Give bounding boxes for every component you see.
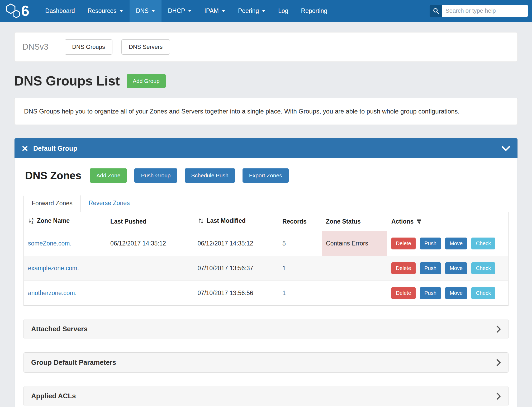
export-zones-button[interactable]: Export Zones (243, 168, 289, 183)
add-group-button[interactable]: Add Group (127, 74, 166, 88)
nav-label: Log (278, 7, 288, 15)
page-header: DNS Groups List Add Group (14, 73, 518, 89)
nav-item-ipam[interactable]: IPAM (198, 0, 232, 22)
sort-up-down-icon[interactable] (198, 217, 204, 224)
dns-servers-button[interactable]: DNS Servers (121, 39, 170, 55)
search-icon[interactable] (430, 5, 442, 17)
tab-forward-zones[interactable]: Forward Zones (23, 195, 81, 212)
nav-label: IPAM (204, 7, 219, 15)
chevron-down-icon (222, 10, 225, 12)
filter-funnel-icon[interactable] (416, 218, 422, 225)
sort-alphabetical-icon[interactable]: A Z (28, 217, 35, 224)
col-actions: Actions (387, 212, 508, 231)
col-label: Zone Name (37, 217, 70, 224)
dns-groups-button[interactable]: DNS Groups (65, 39, 112, 55)
col-zone-status: Zone Status (322, 212, 387, 231)
svg-text:Z: Z (32, 221, 34, 224)
col-last-pushed: Last Pushed (106, 212, 193, 231)
chevron-right-icon (496, 325, 501, 333)
nav-item-log[interactable]: Log (272, 0, 294, 22)
move-button[interactable]: Move (445, 238, 467, 249)
table-row: someZone.com. 06/12/2017 14:35:12 06/12/… (24, 231, 508, 256)
nav-item-reporting[interactable]: Reporting (295, 0, 334, 22)
group-title: Default Group (33, 145, 77, 152)
svg-text:A: A (32, 218, 34, 221)
zone-status-cell (322, 256, 387, 281)
section-label: DNSv3 (22, 42, 48, 52)
accordion-label: Attached Servers (31, 325, 88, 333)
zone-status-cell: Contains Errors (322, 231, 387, 256)
nav-label: Resources (88, 7, 117, 15)
delete-button[interactable]: Delete (391, 238, 416, 249)
push-button[interactable]: Push (420, 287, 441, 299)
chevron-down-icon (120, 10, 123, 12)
col-label: Zone Status (326, 218, 361, 225)
nav-item-dashboard[interactable]: Dashboard (39, 0, 81, 22)
nav-item-peering[interactable]: Peering (232, 0, 272, 22)
zone-name-cell: someZone.com. (24, 231, 106, 256)
table-row: anotherzone.com. 07/10/2017 13:56:56 1 D… (24, 281, 508, 306)
col-label: Actions (391, 218, 414, 225)
col-records: Records (278, 212, 322, 231)
close-icon[interactable] (22, 145, 28, 152)
nav-item-dhcp[interactable]: DHCP (162, 0, 198, 22)
push-group-button[interactable]: Push Group (134, 168, 177, 183)
move-button[interactable]: Move (445, 287, 467, 299)
col-label: Last Modified (207, 217, 246, 224)
records-cell: 1 (278, 281, 322, 306)
accordion-applied-acls[interactable]: Applied ACLs (23, 386, 509, 406)
zones-table-wrap: A Z Zone Name Last Pushed (23, 212, 509, 306)
logo-number: 6 (21, 3, 29, 18)
check-button[interactable]: Check (471, 238, 495, 249)
dns-groups-description: DNS Groups help you to organize all of y… (24, 106, 488, 116)
last-pushed-cell (106, 256, 193, 281)
main-nav: Dashboard Resources DNS DHCP IPAM Peerin… (39, 0, 334, 22)
default-group-panel: Default Group DNS Zones Add Zone Push Gr… (14, 138, 518, 407)
table-header-row: A Z Zone Name Last Pushed (24, 212, 508, 231)
nav-item-resources[interactable]: Resources (81, 0, 130, 22)
zone-link[interactable]: someZone.com. (28, 240, 72, 247)
nav-item-dns[interactable]: DNS (130, 0, 162, 22)
delete-button[interactable]: Delete (391, 287, 416, 299)
group-panel-header[interactable]: Default Group (15, 138, 517, 158)
group-panel-body: DNS Zones Add Zone Push Group Schedule P… (15, 158, 517, 407)
chevron-down-icon (151, 10, 155, 12)
push-button[interactable]: Push (420, 238, 441, 249)
records-cell: 5 (278, 231, 322, 256)
page-title: DNS Groups List (14, 73, 120, 89)
zone-link[interactable]: examplezone.com. (28, 265, 79, 272)
accordion-attached-servers[interactable]: Attached Servers (23, 319, 509, 339)
col-last-modified: Last Modified (193, 212, 278, 231)
tab-reverse-zones[interactable]: Reverse Zones (81, 195, 138, 212)
actions-cell: Delete Push Move Check (387, 256, 508, 281)
zone-name-cell: anotherzone.com. (24, 281, 106, 306)
last-modified-cell: 07/10/2017 13:56:56 (193, 281, 278, 306)
zone-name-cell: examplezone.com. (24, 256, 106, 281)
table-row: examplezone.com. 07/10/2017 13:56:37 1 D… (24, 256, 508, 281)
push-button[interactable]: Push (420, 262, 441, 274)
dnsv3-toolbar: DNSv3 DNS Groups DNS Servers (14, 32, 518, 62)
chevron-down-icon[interactable] (502, 146, 510, 151)
accordion-label: Group Default Parameters (31, 358, 116, 367)
records-cell: 1 (278, 256, 322, 281)
check-button[interactable]: Check (471, 262, 495, 274)
move-button[interactable]: Move (445, 262, 467, 274)
app-logo[interactable]: 6 (5, 0, 32, 22)
chevron-right-icon (496, 359, 501, 366)
zone-link[interactable]: anotherzone.com. (28, 290, 77, 296)
col-label: Last Pushed (110, 218, 146, 225)
schedule-push-button[interactable]: Schedule Push (185, 168, 235, 183)
delete-button[interactable]: Delete (391, 262, 416, 274)
actions-cell: Delete Push Move Check (387, 281, 508, 306)
zone-status-cell (322, 281, 387, 306)
dns-zones-toolbar: DNS Zones Add Zone Push Group Schedule P… (23, 168, 509, 183)
search-input[interactable] (442, 5, 528, 17)
chevron-right-icon (496, 392, 501, 400)
check-button[interactable]: Check (471, 287, 495, 299)
nav-label: DHCP (168, 7, 185, 15)
top-navbar: 6 Dashboard Resources DNS DHCP IPAM Peer… (0, 0, 532, 22)
add-zone-button[interactable]: Add Zone (90, 168, 127, 183)
chevron-down-icon (188, 10, 192, 12)
nav-label: DNS (136, 7, 149, 15)
accordion-group-default-parameters[interactable]: Group Default Parameters (23, 352, 509, 373)
